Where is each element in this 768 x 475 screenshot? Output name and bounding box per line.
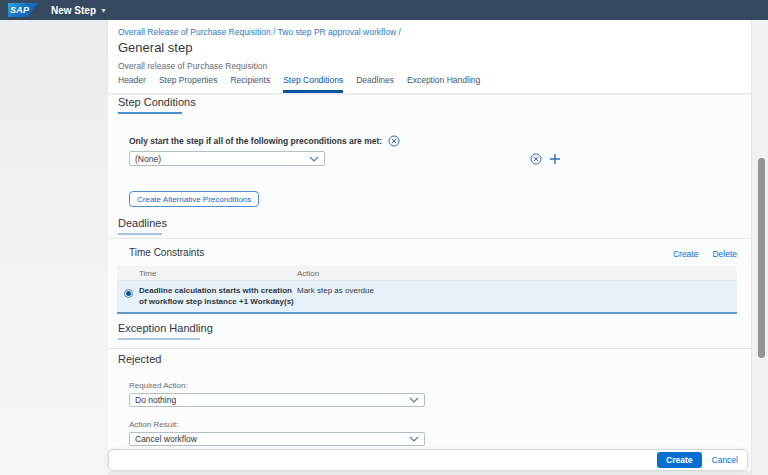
chevron-down-icon [309,156,319,162]
deadline-action-cell: Mark step as overdue [297,285,737,307]
shell-bar: SAP New Step ▼ [0,0,768,20]
chevron-down-icon [409,397,419,403]
section-heading-step-conditions: Step Conditions [118,96,196,108]
action-column-header: Action [297,269,737,278]
remove-condition-icon[interactable] [530,153,542,165]
object-page-header: Overall Release of Purchase Requisition … [108,20,751,93]
shell-app-title[interactable]: New Step [51,5,96,16]
table-header-row: Time Action [117,266,737,281]
delete-deadline-link[interactable]: Delete [712,249,737,259]
table-row[interactable]: Deadline calculation starts with creatio… [117,281,737,314]
page-bottom-margin [108,471,751,475]
subsection-heading-rejected: Rejected [118,353,161,365]
create-button[interactable]: Create [657,452,701,468]
breadcrumb-link-workflow[interactable]: Two step PR approval workflow [278,27,397,37]
tab-deadlines[interactable]: Deadlines [356,75,394,93]
section-underline-step-conditions [118,112,182,114]
section-heading-deadlines: Deadlines [118,217,167,229]
precondition-label: Only start the step if all of the follow… [129,136,382,146]
main-content: Overall Release of Purchase Requisition … [108,20,751,475]
section-divider [108,348,751,349]
cancel-button[interactable]: Cancel [712,455,738,465]
sys-cancel-icon[interactable] [388,135,400,147]
sap-logo-icon: SAP [8,3,38,17]
footer-action-bar: Create Cancel [108,449,748,471]
section-underline-deadlines [118,233,162,235]
deadline-time-cell: Deadline calculation starts with creatio… [139,285,297,307]
time-constraints-actions: Create Delete [673,249,737,259]
precondition-label-row: Only start the step if all of the follow… [129,135,400,147]
app-window: SAP New Step ▼ Overall Release of Purcha… [0,0,768,475]
action-result-value: Cancel workflow [135,434,197,444]
radio-column-header [117,271,139,275]
section-heading-exception-handling: Exception Handling [118,322,213,334]
required-action-label: Required Action: [129,381,188,390]
row-radio-selected[interactable] [124,289,133,298]
scrollbar-thumb[interactable] [758,158,765,358]
create-deadline-link[interactable]: Create [673,249,699,259]
tab-step-conditions[interactable]: Step Conditions [283,75,343,93]
vertical-scrollbar[interactable] [751,20,768,475]
condition-dropdown-value: (None) [135,154,161,164]
required-action-dropdown[interactable]: Do nothing [129,393,425,407]
time-constraints-title: Time Constraints [129,247,204,258]
page-left-margin [0,20,108,475]
condition-dropdown[interactable]: (None) [129,151,325,166]
breadcrumb-separator: / [271,27,278,37]
section-underline-exception-handling [118,338,200,340]
breadcrumb-separator: / [396,27,401,37]
tab-recipients[interactable]: Recipients [230,75,270,93]
page-subtitle: Overall release of Purchase Requisition [118,61,267,71]
time-constraints-table: Time Action Deadline calculation starts … [117,266,737,314]
chevron-down-icon [409,436,419,442]
section-divider [108,238,751,239]
page-title: General step [118,40,192,55]
create-alternative-preconditions-button[interactable]: Create Alternative Preconditions [129,191,259,207]
tab-step-properties[interactable]: Step Properties [159,75,218,93]
tab-exception-handling[interactable]: Exception Handling [407,75,480,93]
sap-logo-text: SAP [8,3,29,17]
breadcrumb-link-workflow-group[interactable]: Overall Release of Purchase Requisition [118,27,271,37]
add-condition-icon[interactable] [549,153,561,165]
chevron-down-icon[interactable]: ▼ [100,6,107,14]
breadcrumb: Overall Release of Purchase Requisition … [118,27,401,37]
tab-header[interactable]: Header [118,75,146,93]
time-column-header: Time [139,269,297,278]
action-result-dropdown[interactable]: Cancel workflow [129,432,425,446]
action-result-label: Action Result: [129,420,178,429]
required-action-value: Do nothing [135,395,176,405]
anchor-tab-bar: Header Step Properties Recipients Step C… [118,75,480,93]
